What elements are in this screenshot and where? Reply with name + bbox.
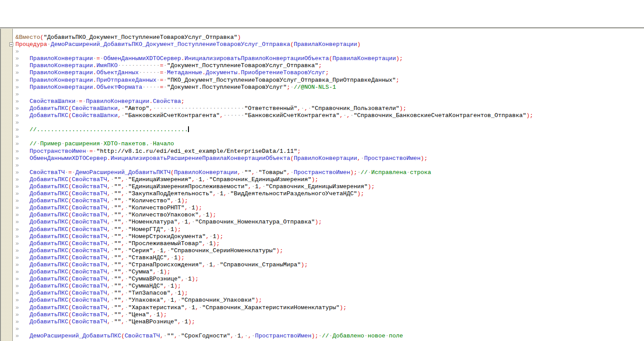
code-line[interactable]: » ОбменДаннымиXDTOСервер.Инициализироват… — [15, 155, 644, 162]
code-line[interactable]: » ПравилоКонвертации.ПриОтправкеДанных·=… — [15, 77, 644, 84]
fold-collapse-icon[interactable] — [9, 42, 13, 46]
code-line[interactable]: » ДобавитьПКС(СвойстваШапки,·"Банковский… — [15, 112, 644, 119]
code-line[interactable]: » ДобавитьПКС(СвойстваТЧ,·"",·"НомерГТД"… — [15, 226, 644, 233]
code-line[interactable]: » ДобавитьПКС(СвойстваТЧ,·"",·"Количеств… — [15, 212, 644, 219]
code-line[interactable]: » ДобавитьПКС(СвойстваТЧ,·"",·"ЕдиницаИз… — [15, 183, 644, 190]
code-line[interactable]: » ДобавитьПКС(СвойстваТЧ,·"",·"Номенклат… — [15, 219, 644, 226]
code-line[interactable]: » — [15, 119, 644, 126]
code-line[interactable]: » — [15, 326, 644, 333]
code-line[interactable]: » ПространствоИмен·=·"http://v8.1c.ru/ed… — [15, 148, 644, 155]
code-line[interactable]: » СвойстваТЧ·=·ДемоРасширений_ДобавитьПК… — [15, 169, 644, 176]
code-line[interactable]: » ДобавитьПКС(СвойстваТЧ,·"",·"ЗакупкаПо… — [15, 190, 644, 197]
code-line[interactable]: » //·Пример·расширения·XDTO-пакетов.·Нач… — [15, 140, 644, 148]
code-line[interactable]: » ДобавитьПКС(СвойстваТЧ,·"",·"Упаковка"… — [15, 297, 644, 304]
code-line[interactable]: » ПравилоКонвертации.ОбъектФормата·····=… — [15, 84, 644, 91]
code-line[interactable]: » ПравилоКонвертации·=·ОбменДаннымиXDTOС… — [15, 55, 644, 62]
code-line[interactable]: » ДобавитьПКС(СвойстваТЧ,·"",·"ЕдиницаИз… — [15, 176, 644, 183]
code-line[interactable]: &Вместо("ДобавитьПКО_Документ_Поступлени… — [15, 34, 644, 41]
code-line[interactable]: » ДобавитьПКС(СвойстваТЧ,·"",·"ЦенаВРозн… — [15, 318, 644, 326]
code-line[interactable]: » — [15, 133, 644, 140]
code-line[interactable]: » ДобавитьПКС(СвойстваШапки,·"Автор",···… — [15, 105, 644, 112]
code-line[interactable]: » ДобавитьПКС(СвойстваТЧ,·"",·"СуммаВРоз… — [15, 276, 644, 283]
code-line[interactable]: » ДобавитьПКС(СвойстваТЧ,·"",·"Характери… — [15, 304, 644, 311]
code-line[interactable]: » ПравилоКонвертации.ОбъектДанных······=… — [15, 69, 644, 76]
code-line[interactable]: » ДобавитьПКС(СвойстваТЧ,·"",·"Цена",·1)… — [15, 311, 644, 318]
code-line[interactable]: » — [15, 162, 644, 169]
text-cursor — [188, 126, 189, 132]
top-panel — [0, 0, 644, 27]
code-line[interactable]: » ДобавитьПКС(СвойстваТЧ,·"",·"СтавкаНДС… — [15, 254, 644, 261]
code-line[interactable]: » — [15, 48, 644, 55]
code-line[interactable]: » ДобавитьПКС(СвойстваТЧ,·"",·"НомерСтро… — [15, 233, 644, 240]
code-line[interactable]: » ДобавитьПКС(СвойстваТЧ,·"",·"Сумма",·1… — [15, 269, 644, 276]
code-line[interactable]: » //....................................… — [15, 126, 644, 133]
code-editor[interactable]: &Вместо("ДобавитьПКО_Документ_Поступлени… — [0, 29, 644, 341]
code-line[interactable]: » ДобавитьПКС(СвойстваТЧ,·"",·"Серия",·1… — [15, 247, 644, 254]
code-line[interactable]: » ДобавитьПКС(СвойстваТЧ,·"",·"Количеств… — [15, 197, 644, 205]
code-line[interactable]: » — [15, 91, 644, 98]
code-area[interactable]: &Вместо("ДобавитьПКО_Документ_Поступлени… — [0, 29, 644, 341]
code-line[interactable]: » ДобавитьПКС(СвойстваТЧ,·"",·"Количеств… — [15, 205, 644, 212]
code-line[interactable]: » ДобавитьПКС(СвойстваТЧ,·"",·"ТипЗапасо… — [15, 290, 644, 297]
code-line[interactable]: » ПравилоКонвертации.ИмяПКО············=… — [15, 62, 644, 69]
code-line[interactable]: » СвойстваШапки·=·ПравилоКонвертации.Сво… — [15, 98, 644, 105]
code-line[interactable]: » ДобавитьПКС(СвойстваТЧ,·"",·"СтранаПро… — [15, 261, 644, 269]
code-line[interactable]: » ДобавитьПКС(СвойстваТЧ,·"",·"СуммаНДС"… — [15, 283, 644, 290]
code-line[interactable]: Процедура·ДемоРасширений_ДобавитьПКО_Док… — [15, 41, 644, 48]
code-line[interactable]: » ДобавитьПКС(СвойстваТЧ,·"",·"Прослежив… — [15, 240, 644, 247]
code-line[interactable]: » ДемоРасширений_ДобавитьПКС(СвойстваТЧ,… — [15, 333, 644, 340]
